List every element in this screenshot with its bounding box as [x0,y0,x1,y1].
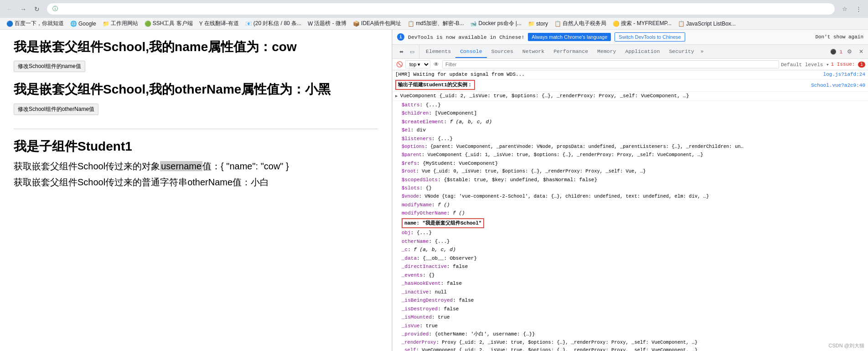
prop-key: modifyName [402,202,432,208]
default-levels[interactable]: Default levels ▾ [781,62,829,68]
dont-show-again-link[interactable]: Don't show again [815,34,863,40]
browser-toolbar-icons: ☆ ⋮ [839,3,864,15]
tab-more-button[interactable]: » [699,47,706,56]
prop-events: _events: {} [393,271,868,280]
reload-button[interactable]: ↻ [31,3,43,15]
filter-input[interactable] [442,60,779,68]
forward-button[interactable]: → [17,3,29,15]
notification-text: DevTools is now available in Chinese! [408,34,524,40]
bookmark-icon: 📁 [103,21,109,27]
prop-colon: : [429,110,434,116]
tab-console[interactable]: Console [455,46,486,58]
section-divider [14,129,378,129]
bookmark-md5[interactable]: 📋md5加密、解密-B... [405,19,466,28]
bookmark-icon: W [308,21,313,27]
bookmark-weibo[interactable]: W活题榜 - 微博 [305,19,349,28]
modify-name-button[interactable]: 修改School组件的name值 [14,61,85,72]
bookmark-tax[interactable]: 📋自然人电子税务局 [552,19,609,28]
prop-key: _isBeingDestroyed [402,298,453,303]
prop-key: $children [402,110,429,116]
prop-othername: otherName: {...} [393,237,868,246]
prop-colon: : [411,127,417,133]
console-line-source[interactable]: log.js?1afd:24 [823,71,865,79]
tab-security[interactable]: Security [664,46,698,58]
bookmark-work[interactable]: 📁工作用网站 [100,19,141,28]
prop-listeners: $listeners: {...} [393,135,868,143]
prop-colon: : [417,161,423,166]
bookmark-icon: 📦 [353,21,360,27]
tab-elements[interactable]: Elements [421,46,455,58]
prop-val: {__ob__: Observer} [423,256,477,261]
tab-memory[interactable]: Memory [593,46,620,58]
prop-val: false [459,298,474,303]
devtools-close-button[interactable]: ✕ [856,47,866,57]
inspect-element-button[interactable]: ⬌ [396,47,406,57]
prop-val: null [435,289,447,295]
prop-val: false [453,264,468,269]
bookmark-icon: 🟢 [145,21,151,27]
bookmark-story[interactable]: 📁story [525,20,551,28]
devtools-panel: i DevTools is now available in Chinese! … [392,30,868,351]
bookmark-idea[interactable]: 📦IDEA插件包网址 [350,19,404,28]
prop-colon: : [423,272,429,278]
prop-val: {...} [426,102,441,108]
switch-devtools-button[interactable]: Switch DevTools to Chinese [615,32,685,42]
bookmark-star-button[interactable]: ☆ [839,3,851,15]
browser-menu-button[interactable]: ⋮ [852,3,864,15]
bookmark-icon: 📁 [528,21,535,27]
tab-application[interactable]: Application [621,46,665,58]
bookmark-ssh[interactable]: 🟢SSH工具 客户端 [142,19,196,28]
prop-val: f () [438,202,450,208]
bookmark-youdao[interactable]: Y在线翻译-有道 [196,19,242,28]
prop-key: _inactive [402,289,429,295]
bookmark-google[interactable]: 🌐Google [67,20,99,28]
prop-el: $el: div [393,126,868,135]
devtools-settings-button[interactable]: ⚙ [844,47,854,57]
tab-sources[interactable]: Sources [487,46,518,58]
expand-arrow[interactable]: ▶ [395,94,400,99]
bookmark-jslistbox[interactable]: 📋JavaScript ListBox... [675,20,739,28]
prop-inactive: _inactive: null [393,288,868,297]
prop-key: _isDestroyed [402,306,438,312]
prop-modifyothername: modifyOtherName: f () [393,209,868,218]
back-button[interactable]: ← [4,3,16,15]
prop-colon: : [432,314,438,320]
prop-colon: : [411,230,417,236]
bookmark-mail[interactable]: 📧(20 封私信 / 80 条... [243,19,304,28]
context-select[interactable]: top ▾ [405,60,430,68]
name-label-box: name: "我是嵌套父组件School" [402,218,484,229]
console-toolbar: 🚫 top ▾ 👁 Default levels ▾ 1 Issue: 1 [393,59,868,70]
prop-colon: : [447,210,453,216]
prop-children: $children: [VueComponent] [393,109,868,118]
prop-isvue: _isVue: true [393,322,868,330]
address-bar[interactable]: ⓘ localhost:8080 [46,3,835,15]
prop-val: {...} [438,136,453,141]
issue-badge: ⚫ 1 [830,49,842,55]
bookmark-label: IDEA插件包网址 [361,20,401,27]
prop-key: _hasHookEvent [402,281,441,286]
bookmark-icon: 🔵 [6,21,13,27]
console-line-source-2[interactable]: School.vue?a2c9:40 [811,82,865,89]
match-language-button[interactable]: Always match Chrome's language [528,33,611,41]
url-input[interactable]: localhost:8080 [61,5,829,12]
device-toolbar-button[interactable]: ▭ [407,47,417,57]
console-output[interactable]: [HMR] Waiting for update signal from WDS… [393,70,868,351]
console-clear-button[interactable]: 🚫 [395,60,403,68]
heading-school-othername: 我是嵌套父组件School,我的otherName属性值为：小黑 [14,81,378,98]
prop-colon: : [420,323,426,329]
bookmark-label: story [536,21,548,27]
modify-othername-button[interactable]: 修改School组件的otherName值 [14,104,98,115]
bookmark-docker[interactable]: 🐋Docker ps命令 |... [467,19,524,28]
prop-key: _isMounted [402,314,432,320]
text-prefix: 获取嵌套父组件School传过来的对象 [14,161,160,171]
prop-colon: : [422,152,428,157]
prop-val: false [447,281,462,286]
tab-performance[interactable]: Performance [549,46,593,58]
prop-hashookevent: _hasHookEvent: false [393,279,868,288]
devtools-tabs: ⬌ ▭ Elements Console Sources Network Per… [393,45,868,59]
tab-network[interactable]: Network [518,46,549,58]
eye-button[interactable]: 👁 [432,60,440,68]
bookmark-myfreemp[interactable]: 🟡搜索 - MYFREEMP... [610,19,674,28]
bookmark-baidu[interactable]: 🔵百度一下，你就知道 [4,19,67,28]
bookmarks-bar: 🔵百度一下，你就知道 🌐Google 📁工作用网站 🟢SSH工具 客户端 Y在线… [0,18,868,29]
